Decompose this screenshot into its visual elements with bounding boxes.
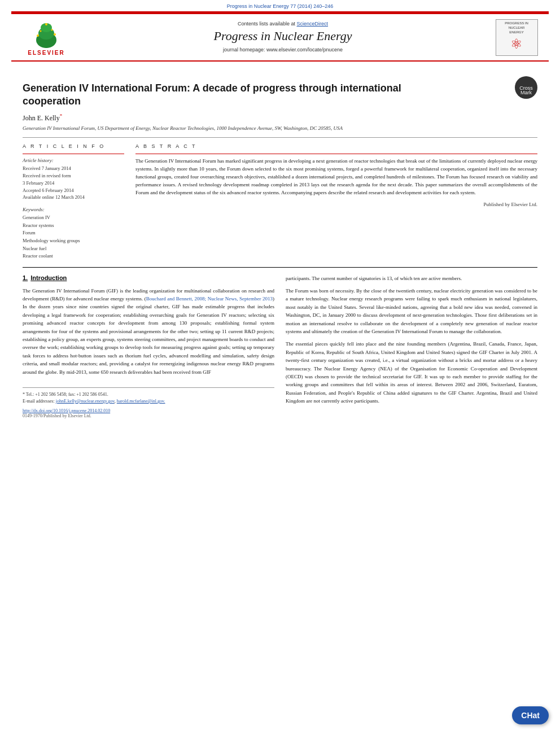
journal-homepage: journal homepage: www.elsevier.com/locat…: [80, 47, 485, 53]
history-item-2: 3 February 2014: [23, 180, 124, 187]
journal-ref: Progress in Nuclear Energy 77 (2014) 240…: [227, 3, 334, 9]
history-item-0: Received 7 January 2014: [23, 165, 124, 172]
section-title: Introduction: [30, 274, 67, 281]
svg-point-7: [40, 30, 42, 32]
issn-line: 0149-1970/Published by Elsevier Ltd.: [23, 413, 274, 418]
article-info-header: A R T I C L E I N F O: [23, 143, 124, 149]
keyword-2: Forum: [23, 229, 124, 237]
journal-title: Progress in Nuclear Energy: [80, 29, 485, 43]
intro-para-1: The Generation IV International Forum (G…: [23, 287, 274, 376]
footnote-section: * Tel.: +1 202 586 5458; fax: +1 202 586…: [23, 387, 274, 405]
author-name: John E. Kelly*: [23, 113, 537, 123]
history-item-3: Accepted 6 February 2014: [23, 187, 124, 194]
affiliation: Generation IV International Forum, US De…: [23, 125, 537, 132]
top-bar: Progress in Nuclear Energy 77 (2014) 240…: [0, 0, 560, 11]
history-title: Article history:: [23, 158, 124, 163]
right-para-3: The essential pieces quickly fell into p…: [286, 340, 537, 405]
section-number: 1.: [23, 274, 28, 281]
email-link-1[interactable]: johnE.kelly@nuclear.energy.gov: [56, 399, 115, 404]
published-by: Published by Elsevier Ltd.: [135, 202, 537, 207]
right-para-2: The Forum was born of necessity. By the …: [286, 287, 537, 335]
email-link-2[interactable]: harold.mcfarlane@inl.gov.: [117, 399, 165, 404]
svg-point-8: [51, 29, 53, 31]
logo-text: PROGRESS INNUCLEARENERGY: [505, 21, 528, 34]
section-1-title-row: 1. Introduction: [23, 274, 274, 285]
footnote-email: E-mail addresses: johnE.kelly@nuclear.en…: [23, 398, 274, 405]
body-left: 1. Introduction The Generation IV Intern…: [23, 274, 274, 418]
right-para-1: participants. The current number of sign…: [286, 274, 537, 282]
title-row: Generation IV International Forum: A dec…: [23, 74, 537, 113]
contents-line: Contents lists available at ScienceDirec…: [80, 21, 485, 27]
atom-icon: ⚛: [510, 36, 523, 52]
doi-link[interactable]: http://dx.doi.org/10.1016/j.pnucene.2014…: [23, 408, 110, 413]
header-right: PROGRESS INNUCLEARENERGY ⚛: [491, 19, 542, 56]
keyword-5: Reactor coolant: [23, 252, 124, 260]
abstract-header: A B S T R A C T: [135, 143, 537, 149]
body-columns: 1. Introduction The Generation IV Intern…: [23, 274, 537, 418]
crossmark-icon: Cross Mark: [516, 77, 536, 98]
body-right: participants. The current number of sign…: [286, 274, 537, 418]
journal-header: ELSEVIER Contents lists available at Sci…: [11, 13, 549, 62]
keywords-title: Keywords:: [23, 207, 124, 212]
author-sup: *: [60, 113, 63, 119]
history-item-4: Available online 12 March 2014: [23, 194, 124, 201]
crossmark-badge: Cross Mark: [515, 76, 537, 99]
paper-title: Generation IV International Forum: A dec…: [23, 82, 460, 108]
journal-logo-box: PROGRESS INNUCLEARENERGY ⚛: [496, 19, 538, 56]
body-divider: [23, 267, 537, 268]
info-abstract-row: A R T I C L E I N F O Article history: R…: [23, 143, 537, 260]
keywords-section: Keywords: Generation IV Reactor systems …: [23, 207, 124, 260]
header-center: Contents lists available at ScienceDirec…: [75, 19, 491, 56]
footnote-tel: * Tel.: +1 202 586 5458; fax: +1 202 586…: [23, 391, 274, 398]
svg-point-6: [45, 23, 47, 25]
keyword-0: Generation IV: [23, 214, 124, 222]
keyword-3: Methodology working groups: [23, 237, 124, 245]
elsevier-logo: ELSEVIER: [27, 19, 66, 56]
elsevier-label: ELSEVIER: [28, 50, 64, 56]
article-info-col: A R T I C L E I N F O Article history: R…: [23, 143, 124, 260]
info-divider: [23, 154, 124, 154]
keyword-4: Nuclear fuel: [23, 245, 124, 253]
abstract-divider: [135, 154, 537, 154]
ref-1-link[interactable]: Bouchard and Bennett, 2008; Nuclear News…: [146, 296, 273, 302]
divider-1: [23, 137, 537, 138]
history-item-1: Received in revised form: [23, 172, 124, 180]
article-history: Article history: Received 7 January 2014…: [23, 158, 124, 201]
elsevier-tree-icon: [27, 19, 66, 50]
crossmark: Cross Mark: [515, 76, 537, 99]
main-content: Generation IV International Forum: A dec…: [0, 62, 560, 424]
svg-point-4: [37, 34, 39, 37]
doi-section: http://dx.doi.org/10.1016/j.pnucene.2014…: [23, 407, 274, 413]
abstract-col: A B S T R A C T The Generation IV Intern…: [135, 143, 537, 260]
abstract-text: The Generation IV International Forum ha…: [135, 158, 537, 197]
header-left: ELSEVIER: [18, 19, 75, 56]
chat-button[interactable]: CHat: [512, 706, 549, 724]
svg-point-5: [54, 33, 56, 36]
sciencedirect-link[interactable]: ScienceDirect: [297, 21, 329, 27]
keyword-1: Reactor systems: [23, 222, 124, 230]
svg-text:Mark: Mark: [520, 90, 532, 95]
